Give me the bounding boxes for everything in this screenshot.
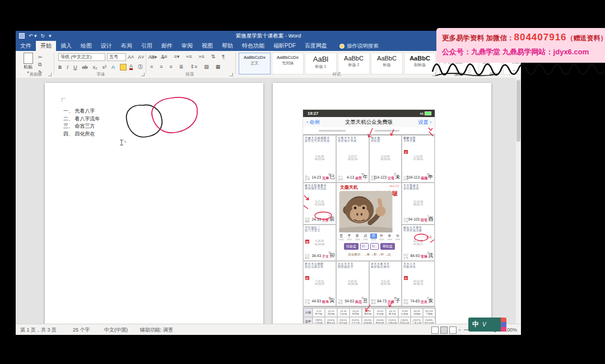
strikethrough-icon[interactable]: ab bbox=[82, 64, 88, 70]
self-transform-legend: 自化图示：→禄 →权 →科 →忌 bbox=[337, 253, 402, 256]
tab-view[interactable]: 视图 bbox=[197, 41, 217, 51]
word-window: ↶ ▾ ↻ ▾ 紫微星学第十课教案 - Word 文件 开始 插入 绘图 设计 … bbox=[16, 31, 521, 335]
palace-cell-wei: 地大龙劫耗德 2,14,26 38,50,62 青龙 华盖 114-123 父母… bbox=[369, 135, 402, 183]
paste-button[interactable]: 粘贴 ▾ bbox=[21, 53, 35, 74]
align-left-icon[interactable]: ≡ bbox=[150, 64, 153, 69]
web-layout-icon[interactable] bbox=[449, 326, 457, 334]
line-spacing-icon[interactable]: ⇕≡ bbox=[190, 64, 197, 69]
tab-review[interactable]: 审阅 bbox=[177, 41, 197, 51]
font-dialog-launcher[interactable] bbox=[141, 73, 145, 76]
page-left[interactable]: 一、 先看八字 二、 看八字流年 三、 命宫三方 四、 四化所在 bbox=[45, 83, 263, 324]
italic-icon[interactable]: I bbox=[67, 64, 68, 70]
phone-battery: 46 bbox=[420, 111, 431, 115]
shading-icon[interactable]: ▨ bbox=[204, 64, 209, 69]
language-indicator[interactable]: 中文(中国) bbox=[104, 324, 128, 335]
tab-foxit-pdf[interactable]: 福昕PDF bbox=[269, 41, 300, 51]
superscript-icon[interactable]: x² bbox=[103, 64, 107, 70]
align-center-icon[interactable]: ≡ bbox=[160, 64, 162, 69]
help-chart-button[interactable]: 帮助盘 bbox=[380, 243, 395, 250]
chart-owner-info-row bbox=[303, 127, 435, 134]
scrollbar-thumb[interactable] bbox=[516, 80, 520, 142]
tab-layout[interactable]: 布局 bbox=[117, 41, 137, 51]
hour-up-button[interactable]: 时↑ bbox=[360, 243, 369, 250]
quick-access-toolbar: ↶ ▾ ↻ ▾ bbox=[19, 32, 52, 40]
document-list: 一、 先看八字 二、 看八字流年 三、 命宫三方 四、 四化所在 bbox=[63, 108, 100, 138]
branch-char: 巳 bbox=[330, 174, 335, 181]
accessibility-status[interactable]: 辅助功能: 调查 bbox=[140, 324, 173, 335]
new-chart-button[interactable]: 排新盘 bbox=[344, 243, 359, 250]
app-watermark: 文墨天机 bbox=[340, 184, 358, 190]
tell-me-search[interactable]: 操作说明搜索 bbox=[332, 41, 379, 51]
document-canvas[interactable]: 一、 先看八字 二、 看八字流年 三、 命宫三方 四、 四化所在 19:27 4… bbox=[16, 78, 521, 324]
minor-stars: 博士 岁驿 bbox=[305, 175, 310, 181]
bold-icon[interactable]: B bbox=[58, 64, 62, 70]
enclose-character-icon[interactable]: Ⓐ bbox=[138, 63, 143, 71]
status-bar: 第 1 页，共 3 页 25 个字 中文(中国) 辅助功能: 调查 − + 10… bbox=[16, 324, 521, 335]
vertical-scrollbar[interactable] bbox=[516, 78, 521, 324]
tab-draw[interactable]: 绘图 bbox=[76, 41, 96, 51]
save-icon[interactable] bbox=[19, 33, 25, 39]
text-effects-icon[interactable]: A bbox=[111, 64, 115, 70]
clipboard-icon bbox=[24, 53, 33, 64]
tab-baidu-pan[interactable]: 百度网盘 bbox=[300, 41, 332, 51]
page-indicator[interactable]: 第 1 页，共 3 页 bbox=[20, 324, 57, 335]
copy-icon[interactable]: ⧉ bbox=[38, 62, 43, 68]
tab-special[interactable]: 特色功能 bbox=[238, 41, 269, 51]
palace-cell-hai: 天天八天同魁寿伤 科 10,22,34 46,58,70 将军 指背 74-83… bbox=[402, 261, 435, 306]
styles-dialog-launcher[interactable] bbox=[432, 73, 436, 76]
paragraph-group-label: 段落 bbox=[148, 72, 232, 77]
chart-buttons: 排新盘 时↑ 时↓ 帮助盘 bbox=[338, 243, 401, 250]
tab-file[interactable]: 文件 bbox=[16, 41, 36, 51]
font-color-icon[interactable]: A bbox=[129, 64, 133, 70]
hour-down-button[interactable]: 时↓ bbox=[370, 243, 379, 250]
font-size-box[interactable]: 五号 bbox=[107, 53, 126, 61]
tab-home[interactable]: 开始 bbox=[36, 41, 56, 51]
clipboard-dialog-launcher[interactable] bbox=[48, 73, 52, 76]
customize-qat-icon[interactable]: ▾ bbox=[49, 32, 52, 40]
list-item: 一、 先看八字 bbox=[63, 108, 100, 115]
decade-branch-selector[interactable]: 丑子亥戌酉申未午 bbox=[338, 234, 401, 239]
font-name-box[interactable]: 等线 (中文正文) bbox=[58, 53, 105, 61]
justify-icon[interactable]: ≣ bbox=[179, 64, 184, 69]
align-right-icon[interactable]: ≡ bbox=[170, 64, 173, 69]
word-count[interactable]: 25 个字 bbox=[73, 324, 90, 335]
increase-indent-icon[interactable]: »≡ bbox=[198, 54, 204, 59]
collapse-ribbon-icon[interactable]: ⌃ bbox=[512, 69, 516, 74]
redo-icon[interactable]: ↻ bbox=[41, 32, 45, 40]
page-right[interactable]: 19:27 46 ‹ 命例 文墨天机公众免费版 设置 › bbox=[273, 83, 491, 324]
sort-icon[interactable]: ⇅ bbox=[211, 54, 216, 59]
tab-insert[interactable]: 插入 bbox=[56, 41, 76, 51]
ime-widget[interactable]: 中 V bbox=[468, 318, 509, 332]
shrink-font-icon[interactable]: A˅ bbox=[138, 54, 144, 60]
tab-help[interactable]: 帮助 bbox=[217, 41, 238, 51]
undo-icon[interactable]: ↶ ▾ bbox=[29, 32, 37, 40]
margin-crop-mark bbox=[62, 98, 66, 102]
ime-language-button[interactable]: 中 V bbox=[468, 318, 501, 332]
underline-icon[interactable]: U bbox=[73, 64, 77, 70]
tab-references[interactable]: 引用 bbox=[137, 41, 157, 51]
highlight-color-icon[interactable] bbox=[120, 64, 127, 71]
show-marks-icon[interactable]: ¶ bbox=[222, 54, 225, 59]
list-item: 三、 命宫三方 bbox=[63, 123, 100, 130]
list-item: 四、 四化所在 bbox=[63, 130, 100, 138]
read-mode-icon[interactable] bbox=[431, 326, 439, 334]
decrease-indent-icon[interactable]: «≡ bbox=[186, 54, 192, 59]
ime-v-icon: V bbox=[482, 321, 486, 328]
paragraph-dialog-launcher[interactable] bbox=[230, 73, 233, 76]
font-group-label: 字体 bbox=[57, 72, 145, 77]
tab-design[interactable]: 设计 bbox=[96, 41, 117, 51]
subscript-icon[interactable]: x₂ bbox=[93, 64, 97, 70]
bullets-icon[interactable]: ⁝≡ bbox=[150, 54, 155, 59]
cut-icon[interactable]: ✂ bbox=[38, 54, 43, 60]
multilevel-list-icon[interactable]: ≡▾ bbox=[174, 54, 179, 59]
numbering-icon[interactable]: 1≡ bbox=[161, 54, 167, 59]
settings-button[interactable]: 设置 › bbox=[418, 117, 432, 127]
tab-mailings[interactable]: 邮件 bbox=[157, 41, 177, 51]
borders-icon[interactable]: ▦ bbox=[216, 64, 221, 69]
print-layout-icon[interactable] bbox=[440, 326, 448, 334]
grow-font-icon[interactable]: A˄ bbox=[128, 54, 134, 60]
decade-years: 20642054204420342024201420041994 bbox=[338, 239, 401, 241]
zoom-out-button[interactable]: − bbox=[458, 324, 461, 335]
phone-screenshot-image: 19:27 46 ‹ 命例 文墨天机公众免费版 设置 › bbox=[302, 109, 435, 324]
palace-cell-wu: 七铃天天天天杀星钺才哭虚 3,15,27 39,51,63 力士 息神 4-13… bbox=[336, 135, 369, 183]
